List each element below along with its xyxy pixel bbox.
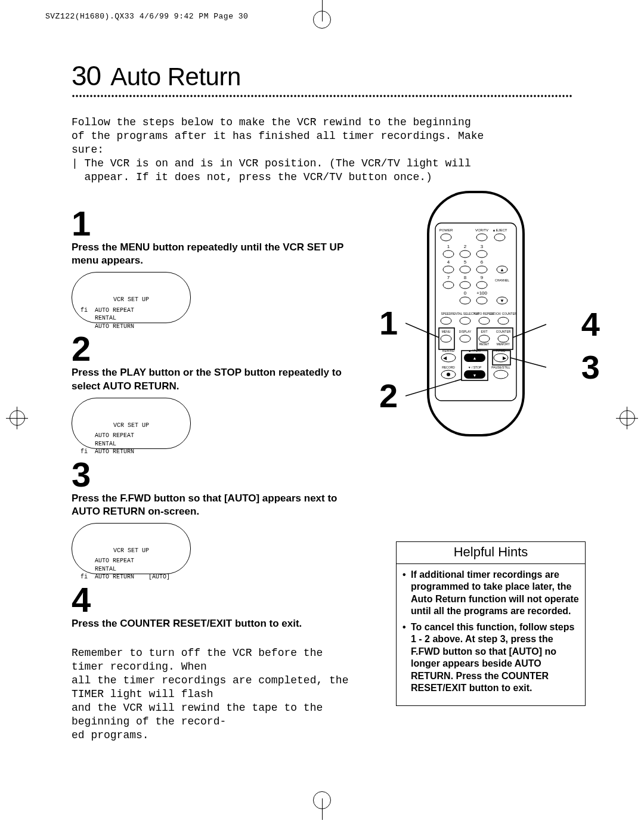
svg-point-16 (460, 266, 470, 273)
svg-text:▼ / STOP: ▼ / STOP (468, 366, 482, 369)
svg-point-14 (443, 266, 454, 273)
svg-text:MEMORY: MEMORY (497, 342, 510, 346)
svg-point-26 (460, 297, 470, 304)
crop-mark (17, 407, 17, 429)
remote-diagram: 1 2 3 4 POWER VCR/TV ▲EJECT (405, 188, 576, 510)
svg-text:8: 8 (464, 275, 467, 280)
svg-text:2: 2 (464, 244, 467, 249)
svg-text:▲EJECT: ▲EJECT (493, 228, 507, 232)
step-number-1: 1 (72, 206, 358, 241)
svg-point-41 (498, 317, 509, 324)
svg-text:▼: ▼ (500, 298, 504, 304)
svg-text:PAUSE/STILL: PAUSE/STILL (491, 366, 510, 369)
svg-point-4 (476, 234, 487, 241)
svg-text:POWER: POWER (439, 228, 453, 232)
page-slug-line: SVZ122(H1680).QX33 4/6/99 9:42 PM Page 3… (45, 12, 248, 21)
svg-text:7: 7 (447, 275, 450, 280)
svg-text:▼: ▼ (473, 373, 477, 377)
svg-text:RECORD: RECORD (442, 366, 455, 369)
svg-point-2 (441, 234, 451, 241)
svg-text:▶: ▶ (503, 355, 507, 361)
svg-point-68 (494, 370, 508, 379)
svg-text:CHANNEL: CHANNEL (495, 278, 509, 282)
svg-text:▲: ▲ (473, 356, 477, 360)
svg-point-18 (476, 266, 487, 273)
step-heading-3: Press the F.FWD button so that [AUTO] ap… (72, 492, 358, 518)
svg-point-8 (443, 250, 454, 258)
after-step4-text: Remember to turn off the VCR before the … (72, 633, 358, 756)
osd-screen-3: VCR SET UP AUTO REPEAT RENTAL fi AUTO RE… (72, 523, 191, 574)
page-title: Auto Return (110, 63, 241, 91)
svg-point-12 (476, 250, 487, 258)
step-heading-4: Press the COUNTER RESET/EXIT button to e… (72, 617, 358, 630)
crop-mark (627, 407, 627, 429)
step-number-4: 4 (72, 583, 358, 617)
osd-screen-2: VCR SET UP AUTO REPEAT RENTAL fi AUTO RE… (72, 398, 191, 449)
svg-text:VCR/TV: VCR/TV (475, 228, 488, 232)
crop-mark (313, 791, 331, 809)
svg-point-10 (460, 250, 470, 258)
svg-point-47 (479, 335, 490, 342)
svg-point-64 (447, 373, 450, 376)
svg-point-28 (476, 297, 487, 304)
svg-text:RESET: RESET (479, 342, 490, 346)
svg-point-22 (460, 281, 470, 289)
page-number: 30 (72, 60, 101, 92)
svg-point-45 (460, 335, 470, 342)
svg-text:CLOCK/ COUNTER: CLOCK/ COUNTER (490, 312, 517, 315)
svg-text:6: 6 (481, 259, 484, 265)
svg-point-24 (476, 281, 487, 289)
step-heading-1: Press the MENU button repeatedly until t… (72, 241, 358, 267)
svg-point-49 (498, 335, 509, 342)
svg-text:0: 0 (464, 290, 467, 296)
svg-text:+100: +100 (476, 290, 488, 296)
svg-text:4: 4 (447, 259, 450, 265)
svg-point-6 (494, 234, 505, 241)
helpful-hints-box: Helpful Hints If additional timer record… (396, 541, 586, 706)
osd-screen-1: VCR SET UPfi AUTO REPEAT RENTAL AUTO RET… (72, 272, 191, 323)
svg-text:EXIT: EXIT (481, 330, 487, 333)
hint-item: If additional timer recordings are progr… (402, 569, 579, 618)
callout-2: 2 (379, 379, 398, 413)
hint-item: To cancel this function, follow steps 1 … (402, 621, 579, 695)
svg-text:◀: ◀ (443, 355, 447, 361)
step-number-3: 3 (72, 457, 358, 492)
intro-text: Follow the steps below to make the VCR r… (72, 102, 572, 198)
crop-mark (313, 11, 331, 29)
svg-text:5: 5 (464, 259, 467, 265)
step-heading-2: Press the PLAY button or the STOP button… (72, 366, 358, 392)
svg-point-37 (460, 317, 470, 324)
svg-text:▲: ▲ (500, 267, 504, 272)
svg-point-35 (441, 317, 451, 324)
svg-text:MENU: MENU (442, 330, 451, 333)
step-number-2: 2 (72, 332, 358, 366)
svg-text:DISPLAY: DISPLAY (459, 330, 472, 333)
svg-text:COUNTER: COUNTER (496, 330, 511, 333)
svg-point-20 (443, 281, 454, 289)
svg-text:SPEED: SPEED (441, 312, 451, 315)
callout-4: 4 (581, 308, 600, 341)
svg-point-43 (441, 335, 451, 342)
remote-svg: POWER VCR/TV ▲EJECT 1 2 3 4 5 6 (405, 188, 576, 510)
callout-3: 3 (581, 351, 600, 384)
svg-text:3: 3 (481, 244, 484, 249)
svg-point-39 (479, 317, 490, 324)
helpful-hints-title: Helpful Hints (397, 542, 585, 564)
callout-1: 1 (379, 306, 398, 340)
svg-text:1: 1 (447, 244, 450, 249)
dotted-rule (72, 94, 572, 97)
svg-text:9: 9 (481, 275, 484, 280)
